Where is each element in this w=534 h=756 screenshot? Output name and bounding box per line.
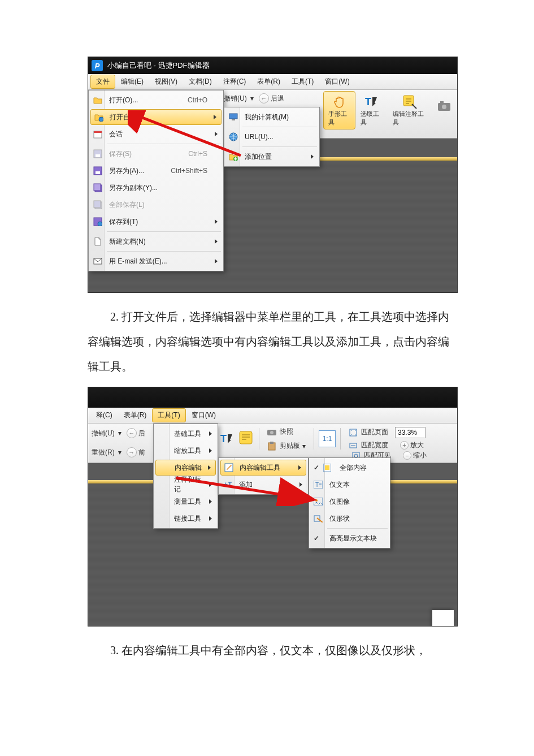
plus-icon: + (400, 441, 409, 450)
svg-text:T: T (365, 96, 371, 107)
workspace-2 (88, 480, 457, 627)
menu-item-save-as[interactable]: 另存为(A)... Ctrl+Shift+S (90, 162, 222, 179)
svg-rect-25 (240, 431, 252, 444)
menu-item-basic-tools[interactable]: 基础工具 (155, 425, 216, 442)
menu-document[interactable]: 文档(D) (183, 75, 218, 89)
menu-file[interactable]: 文件 (90, 75, 115, 89)
menu-item-zoom-tools[interactable]: 缩放工具 (155, 442, 216, 459)
window-title: 小编自己看吧 - 迅捷PDF编辑器 (107, 61, 210, 71)
clipboard-button[interactable]: 剪贴板▾ (264, 440, 309, 452)
menu-item-email[interactable]: 用 E-mail 发送(E)... (90, 253, 222, 270)
select-tool-button[interactable]: T 选取工具 (355, 91, 388, 129)
redo-label[interactable]: 后退 (271, 94, 284, 103)
menu-item-add-location[interactable]: 添加位置 (225, 148, 318, 165)
redo-label-2[interactable]: 重做(R) (92, 448, 115, 457)
zoom-value[interactable]: 33.3% (395, 427, 426, 438)
note-icon-2[interactable] (238, 431, 254, 447)
svg-rect-20 (232, 119, 235, 120)
menu-tools[interactable]: 工具(T) (286, 75, 319, 89)
actual-size-icon[interactable]: 1:1 (319, 430, 336, 447)
menu-item-session[interactable]: 会话 (90, 126, 222, 142)
menu-view[interactable]: 视图(V) (149, 75, 183, 89)
zoom-out-button[interactable]: − 缩小 (398, 450, 430, 461)
fwd-char: 前 (138, 448, 145, 457)
menu-item-save: 保存(S) Ctrl+S (90, 145, 222, 162)
menu-item-measure[interactable]: 测量工具 (155, 493, 216, 510)
menu-item-highlight-text[interactable]: 高亮显示文本块 (310, 530, 389, 547)
snapshot-button[interactable]: 快照 (264, 426, 309, 438)
menu-item-my-computer[interactable]: 我的计算机(M) (225, 109, 318, 126)
menu-comment-partial[interactable]: 释(C) (90, 408, 118, 422)
svg-point-33 (354, 454, 358, 457)
svg-point-5 (99, 117, 103, 122)
menu-item-open-from[interactable]: 打开自(F) (90, 109, 222, 125)
submenu-arrow-icon (215, 257, 218, 265)
edit-annot-tool-button[interactable]: 编辑注释工具 (388, 91, 431, 129)
svg-rect-11 (95, 171, 100, 174)
menu-item-add[interactable]: +T 添加 (220, 476, 307, 493)
save-all-icon (93, 200, 102, 209)
menu-item-url[interactable]: URL(U)... (225, 128, 318, 145)
submenu-arrow-icon (311, 153, 314, 161)
svg-rect-7 (94, 131, 102, 133)
save-copy-icon (93, 183, 102, 192)
computer-icon (229, 113, 238, 122)
menu-item-open[interactable]: 打开(O)... Ctrl+O (90, 92, 222, 109)
menu-item-content-edit-tool[interactable]: 内容编辑工具 (220, 460, 306, 476)
menu-item-all-content[interactable]: 全部内容 (310, 459, 389, 476)
menu-item-text-only[interactable]: T≡ 仅文本 (310, 476, 389, 493)
add-text-icon: +T (223, 480, 232, 489)
menu-item-new-doc[interactable]: 新建文档(N) (90, 233, 222, 250)
back-circle-2[interactable]: ← (127, 428, 137, 438)
save-icon (93, 149, 102, 158)
titlebar: P 小编自己看吧 - 迅捷PDF编辑器 (88, 57, 457, 74)
menu-comment[interactable]: 注释(C) (218, 75, 252, 89)
undo-label-2[interactable]: 撤销(U) (92, 429, 115, 438)
menu-item-image-only[interactable]: 仅图像 (310, 493, 389, 510)
menu-edit[interactable]: 编辑(E) (115, 75, 149, 89)
screenshot-1: P 小编自己看吧 - 迅捷PDF编辑器 文件 编辑(E) 视图(V) 文档(D)… (88, 57, 458, 293)
cursor-text-icon-2[interactable]: T (219, 431, 235, 447)
checkmark-icon-2 (314, 534, 323, 543)
text-only-icon: T≡ (314, 480, 323, 489)
fit-page-button[interactable]: 匹配页面 (345, 426, 392, 438)
menu-window[interactable]: 窗口(W) (319, 75, 355, 89)
undo-dropdown[interactable]: ▾ (247, 93, 257, 103)
folder-add-icon (229, 152, 238, 161)
camera-icon-2 (267, 427, 276, 437)
step-2-text: 2. 打开文件后，选择编辑器中菜单栏里的工具，在工具选项中选择内容编辑选项，内容… (88, 304, 458, 379)
svg-rect-40 (314, 498, 323, 506)
menu-item-annot-mark[interactable]: 注释和标记 (155, 476, 216, 493)
screenshot-2: 释(C) 表单(R) 工具(T) 窗口(W) 撤销(U) ▾ ← 后 重做(R)… (88, 387, 458, 627)
file-menu-dropdown: 打开(O)... Ctrl+O 打开自(F) 会话 保存(S) Ctrl+S (88, 90, 224, 271)
shape-only-icon (314, 514, 323, 523)
svg-rect-19 (229, 114, 237, 119)
menu-item-content-edit[interactable]: 内容编辑 (155, 460, 216, 476)
undo-label[interactable]: 撤销(U) (224, 94, 247, 103)
mail-icon (93, 257, 102, 266)
svg-rect-29 (270, 442, 273, 444)
globe-icon (229, 132, 238, 141)
note-edit-icon (402, 94, 418, 110)
menu-tools-2[interactable]: 工具(T) (152, 408, 185, 422)
menu-item-save-to[interactable]: 保存到(T) (90, 213, 222, 230)
image-only-icon (314, 497, 323, 506)
menu-form[interactable]: 表单(R) (251, 75, 286, 89)
back-circle-icon[interactable]: ← (259, 93, 269, 103)
camera-tool-button[interactable] (431, 91, 457, 129)
content-edit-submenu: 内容编辑工具 +T 添加 (218, 457, 309, 495)
svg-rect-13 (94, 184, 101, 191)
hand-tool-button[interactable]: 手形工具 (323, 91, 355, 129)
svg-point-17 (98, 222, 102, 226)
fit-page-icon (349, 428, 358, 437)
redo-dd-2[interactable]: ▾ (115, 447, 125, 457)
undo-dd-2[interactable]: ▾ (115, 428, 125, 438)
save-globe-icon (93, 217, 102, 226)
menu-form-2[interactable]: 表单(R) (118, 408, 153, 422)
fwd-circle-2[interactable]: → (127, 447, 137, 457)
tools-menu-dropdown: 基础工具 缩放工具 内容编辑 注释和标记 测量工具 链接工具 (153, 424, 218, 529)
menu-item-link[interactable]: 链接工具 (155, 510, 216, 527)
menu-window-2[interactable]: 窗口(W) (186, 408, 222, 422)
menu-item-save-as-copy[interactable]: 另存为副本(Y)... (90, 179, 222, 196)
menu-item-shape-only[interactable]: 仅形状 (310, 510, 389, 527)
